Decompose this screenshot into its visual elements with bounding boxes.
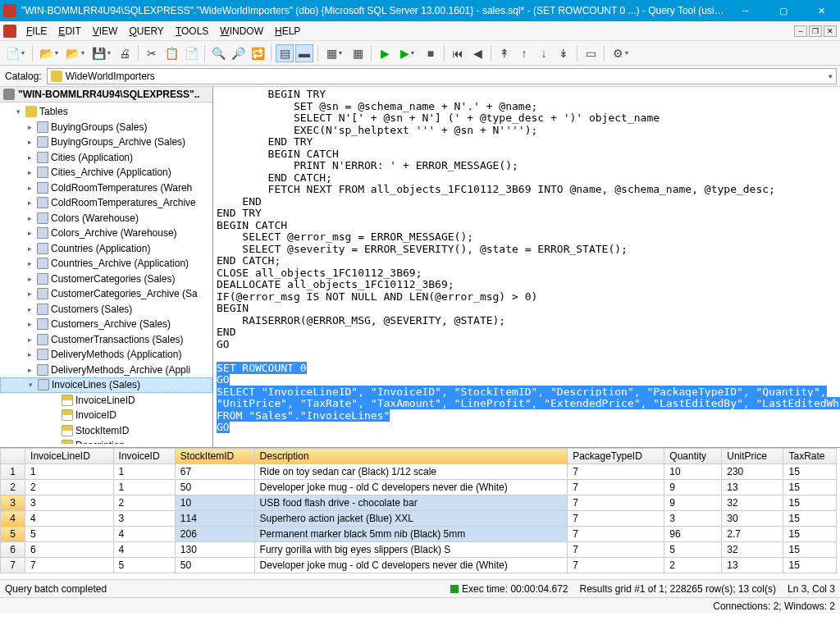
grid-cell[interactable]: Permanent marker black 5mm nib (Black) 5… bbox=[254, 527, 568, 542]
menu-help[interactable]: HELP bbox=[270, 24, 305, 39]
grid-cell[interactable]: 32 bbox=[722, 495, 783, 511]
first-button[interactable]: ⏮ bbox=[449, 44, 467, 62]
minimize-button[interactable]: ─ bbox=[727, 0, 765, 21]
tree-table-item[interactable]: Colors_Archive (Warehouse) bbox=[0, 226, 212, 241]
grid-cell[interactable]: 4 bbox=[113, 542, 175, 558]
nav-up-button[interactable]: ↟ bbox=[495, 44, 514, 62]
grid-cell[interactable]: 3 bbox=[113, 511, 175, 527]
toggle-tree-button[interactable]: ▤ bbox=[276, 44, 294, 62]
copy-button[interactable]: 📋 bbox=[162, 44, 180, 62]
grid-cell[interactable]: 15 bbox=[783, 527, 837, 542]
grid-cell[interactable]: 15 bbox=[783, 495, 837, 511]
grid-cell[interactable]: 130 bbox=[175, 542, 254, 558]
open-recent-button[interactable]: 📂▼ bbox=[63, 44, 88, 62]
tree-table-item[interactable]: ColdRoomTemperatures (Wareh bbox=[0, 180, 212, 196]
twisty-icon[interactable] bbox=[25, 184, 34, 192]
grid-header[interactable]: PackageTypeID bbox=[568, 449, 664, 464]
tree-table-item[interactable]: BuyingGroups_Archive (Sales) bbox=[0, 135, 212, 150]
twisty-icon[interactable] bbox=[25, 244, 34, 253]
grid-cell[interactable]: 2 bbox=[113, 495, 175, 511]
twisty-icon[interactable] bbox=[25, 320, 34, 328]
twisty-icon[interactable] bbox=[25, 305, 34, 313]
grid-row-header[interactable]: 7 bbox=[1, 558, 25, 573]
grid-cell[interactable]: 1 bbox=[113, 480, 175, 495]
save-button[interactable]: 💾▼ bbox=[89, 44, 114, 62]
tree-table-item[interactable]: Customers_Archive (Sales) bbox=[0, 317, 212, 332]
grid-cell[interactable]: 7 bbox=[568, 511, 664, 527]
grid-cell[interactable]: 7 bbox=[568, 558, 664, 573]
menu-file[interactable]: FILE bbox=[21, 24, 52, 39]
tree-table-item[interactable]: Cities (Application) bbox=[0, 150, 212, 166]
toggle-results-button[interactable]: ▬ bbox=[295, 44, 313, 62]
grid-header[interactable]: UnitPrice bbox=[722, 449, 783, 464]
nav-prev-button[interactable]: ↑ bbox=[515, 44, 533, 62]
twisty-icon[interactable] bbox=[25, 214, 34, 222]
grid-row-header[interactable]: 3 bbox=[1, 495, 25, 511]
results-grid[interactable]: InvoiceLineIDInvoiceIDStockItemIDDescrip… bbox=[0, 448, 840, 579]
grid-cell[interactable]: 30 bbox=[722, 511, 783, 527]
grid-cell[interactable]: 7 bbox=[568, 527, 664, 542]
tree-table-item[interactable]: CustomerCategories_Archive (Sa bbox=[0, 286, 212, 302]
tree-column-item[interactable]: InvoiceID bbox=[0, 408, 212, 423]
grid-row-header[interactable]: 2 bbox=[1, 480, 25, 495]
twisty-icon[interactable] bbox=[25, 153, 34, 162]
grid-cell[interactable]: 1 bbox=[25, 464, 113, 480]
grid-cell[interactable]: 67 bbox=[175, 464, 254, 480]
paste-button[interactable]: 📄 bbox=[182, 44, 200, 62]
twisty-icon[interactable] bbox=[25, 123, 34, 131]
twisty-icon[interactable] bbox=[25, 199, 34, 207]
tree-table-item[interactable]: Cities_Archive (Application) bbox=[0, 165, 212, 180]
cut-button[interactable]: ✂ bbox=[143, 44, 161, 62]
grid-cell[interactable]: 230 bbox=[722, 464, 783, 480]
grid-cell[interactable]: 15 bbox=[783, 558, 837, 573]
grid-cell[interactable]: 7 bbox=[568, 542, 664, 558]
grid-cell[interactable]: 2.7 bbox=[722, 527, 783, 542]
mdi-restore[interactable]: ❐ bbox=[809, 25, 822, 37]
twisty-icon[interactable] bbox=[25, 350, 34, 358]
grid-cell[interactable]: 10 bbox=[175, 495, 254, 511]
object-tree[interactable]: "WIN-BOMMLRR4U94\SQLEXPRESS".. TablesBuy… bbox=[0, 87, 213, 447]
menu-edit[interactable]: EDIT bbox=[53, 24, 85, 39]
prev-button[interactable]: ◀ bbox=[468, 44, 486, 62]
grid-row-header[interactable]: 1 bbox=[1, 464, 25, 480]
transaction-button[interactable]: ▭ bbox=[582, 44, 600, 62]
grid-cell[interactable]: Furry gorilla with big eyes slippers (Bl… bbox=[254, 542, 568, 558]
tree-table-item[interactable]: Colors (Warehouse) bbox=[0, 211, 212, 226]
tree-table-item[interactable]: BuyingGroups (Sales) bbox=[0, 120, 212, 135]
sql-editor[interactable]: BEGIN TRY SET @sn = @schema_name + N'.' … bbox=[213, 87, 840, 447]
twisty-icon[interactable] bbox=[25, 336, 34, 344]
find-button[interactable]: 🔍 bbox=[209, 44, 227, 62]
grid-cell[interactable]: 1 bbox=[113, 464, 175, 480]
grid-cell[interactable]: 7 bbox=[25, 558, 113, 573]
twisty-icon[interactable] bbox=[25, 290, 34, 298]
replace-button[interactable]: 🔁 bbox=[249, 44, 267, 62]
grid-cell[interactable]: 2 bbox=[25, 480, 113, 495]
grid-cell[interactable]: 6 bbox=[25, 542, 113, 558]
grid-cell[interactable]: 50 bbox=[175, 558, 254, 573]
grid-cell[interactable]: 5 bbox=[664, 542, 722, 558]
grid-row-header[interactable]: 4 bbox=[1, 511, 25, 527]
close-button[interactable]: ✕ bbox=[802, 0, 840, 21]
catalog-select[interactable]: WideWorldImporters ▾ bbox=[47, 68, 837, 84]
grid-options-button[interactable]: ▦ bbox=[349, 44, 367, 62]
grid-cell[interactable]: 9 bbox=[664, 480, 722, 495]
tree-column-item[interactable]: InvoiceLineID bbox=[0, 393, 212, 409]
tree-table-item[interactable]: DeliveryMethods (Application) bbox=[0, 347, 212, 363]
tree-table-item[interactable]: Countries_Archive (Application) bbox=[0, 256, 212, 272]
results-mode-button[interactable]: ▦▼ bbox=[322, 44, 347, 62]
grid-cell[interactable]: 7 bbox=[568, 495, 664, 511]
grid-cell[interactable]: 3 bbox=[25, 495, 113, 511]
twisty-icon[interactable] bbox=[13, 107, 23, 116]
grid-cell[interactable]: 13 bbox=[722, 558, 783, 573]
grid-cell[interactable]: 2 bbox=[664, 558, 722, 573]
grid-cell[interactable]: USB food flash drive - chocolate bar bbox=[254, 495, 568, 511]
grid-header[interactable]: TaxRate bbox=[783, 449, 837, 464]
grid-cell[interactable]: 206 bbox=[175, 527, 254, 542]
nav-next-button[interactable]: ↓ bbox=[535, 44, 553, 62]
grid-cell[interactable]: 9 bbox=[664, 495, 722, 511]
grid-header[interactable]: InvoiceID bbox=[113, 449, 175, 464]
grid-row-header[interactable]: 6 bbox=[1, 542, 25, 558]
grid-header[interactable]: StockItemID bbox=[175, 449, 254, 464]
grid-corner[interactable] bbox=[1, 449, 25, 464]
options-button[interactable]: ⚙▼ bbox=[609, 44, 633, 62]
